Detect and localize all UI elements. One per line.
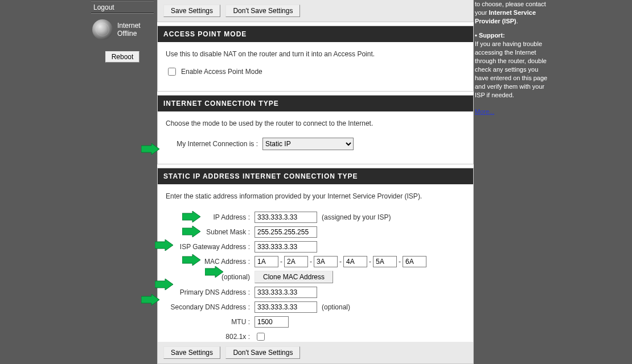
ip-address-input[interactable] <box>255 212 317 223</box>
mtu-label: MTU : <box>166 318 255 326</box>
mac-input-6[interactable] <box>403 256 426 267</box>
secondary-dns-label: Secondary DNS Address : <box>166 303 255 311</box>
ict-label: My Internet Connection is : <box>166 140 262 148</box>
primary-dns-input[interactable] <box>255 287 317 298</box>
dash: - <box>399 258 401 266</box>
help-bullet-support: • Support: <box>475 32 505 39</box>
mac-input-2[interactable] <box>284 256 308 267</box>
section-title-ict: INTERNET CONNECTION TYPE <box>158 96 473 111</box>
ip-address-label: IP Address : <box>166 213 255 221</box>
dash: - <box>339 258 342 266</box>
8021x-checkbox[interactable] <box>257 333 265 341</box>
status-line2: Offline <box>117 30 141 38</box>
reboot-button[interactable]: Reboot <box>105 51 140 63</box>
apm-description: Use this to disable NAT on the router an… <box>166 50 465 58</box>
internet-connection-select[interactable]: Static IP <box>262 138 354 150</box>
bottom-toolbar: Save Settings Don't Save Settings <box>157 342 474 364</box>
gateway-input[interactable] <box>255 241 317 253</box>
dash: - <box>369 258 371 266</box>
secondary-dns-hint: (optional) <box>322 303 350 311</box>
section-static-ip: STATIC IP ADDRESS INTERNET CONNECTION TY… <box>157 168 474 357</box>
subnet-mask-input[interactable] <box>255 226 317 238</box>
secondary-dns-input[interactable] <box>255 301 317 313</box>
globe-icon <box>92 19 113 40</box>
mac-input-5[interactable] <box>373 256 397 267</box>
mac-optional-label: (optional) <box>166 273 255 281</box>
status-line1: Internet <box>117 22 141 30</box>
8021x-label: 802.1x : <box>166 333 255 341</box>
enable-apm-checkbox[interactable] <box>168 68 176 76</box>
dash: - <box>310 258 312 266</box>
static-description: Enter the static address information pro… <box>166 192 465 200</box>
dash: - <box>280 258 282 266</box>
clone-mac-button[interactable]: Clone MAC Address <box>255 271 333 283</box>
section-internet-connection-type: INTERNET CONNECTION TYPE Choose the mode… <box>157 95 474 164</box>
ict-description: Choose the mode to be used by the router… <box>166 119 465 127</box>
subnet-mask-label: Subnet Mask : <box>166 228 255 236</box>
gateway-label: ISP Gateway Address : <box>166 243 255 251</box>
top-toolbar: Save Settings Don't Save Settings <box>157 0 474 22</box>
save-settings-button-bottom[interactable]: Save Settings <box>163 346 220 359</box>
internet-status-text: Internet Offline <box>117 22 141 38</box>
ip-address-hint: (assigned by your ISP) <box>322 213 391 221</box>
dont-save-settings-button-bottom[interactable]: Don't Save Settings <box>225 346 300 359</box>
mac-label: MAC Address : <box>166 258 255 266</box>
help-text-1c: . <box>516 18 518 24</box>
internet-status: Internet Offline <box>91 15 154 46</box>
section-title-apm: ACCESS POINT MODE <box>158 26 473 42</box>
mtu-input[interactable] <box>255 316 289 328</box>
dont-save-settings-button[interactable]: Don't Save Settings <box>225 5 300 17</box>
help-panel: to choose, please contact your Internet … <box>475 0 549 116</box>
help-more-link[interactable]: More... <box>475 107 549 116</box>
save-settings-button[interactable]: Save Settings <box>163 5 220 17</box>
logout-link[interactable]: Logout <box>91 2 154 13</box>
mac-input-4[interactable] <box>343 256 367 267</box>
left-sidebar: Logout Internet Offline Reboot <box>91 0 154 63</box>
help-text-2: If you are having trouble accessing the … <box>475 40 549 100</box>
section-access-point-mode: ACCESS POINT MODE Use this to disable NA… <box>157 26 474 92</box>
mac-input-3[interactable] <box>314 256 338 267</box>
primary-dns-label: Primary DNS Address : <box>166 288 255 296</box>
mac-input-1[interactable] <box>255 256 278 267</box>
divider <box>91 13 154 14</box>
section-title-static: STATIC IP ADDRESS INTERNET CONNECTION TY… <box>158 168 473 184</box>
divider <box>91 0 154 1</box>
enable-apm-label: Enable Access Point Mode <box>181 68 262 76</box>
main-panel: Save Settings Don't Save Settings ACCESS… <box>157 0 474 364</box>
